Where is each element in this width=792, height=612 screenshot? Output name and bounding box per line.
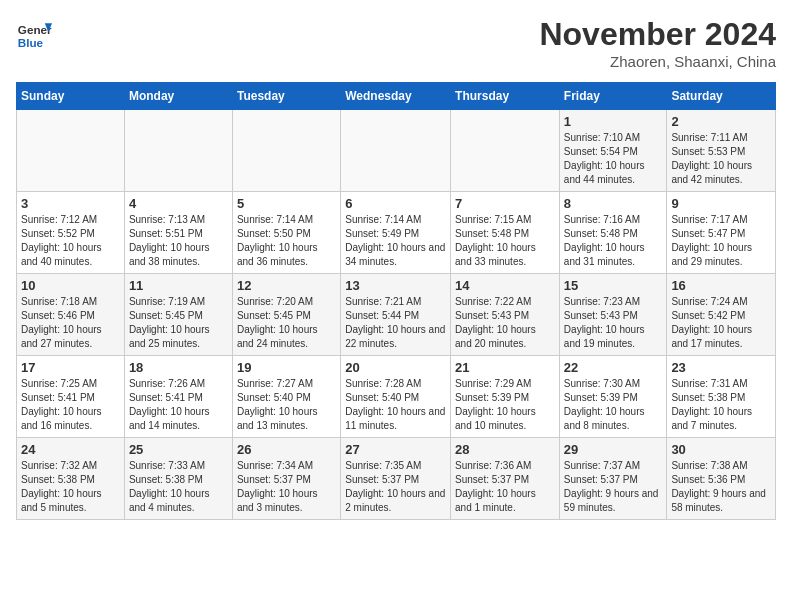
cell-sun-info: Sunrise: 7:19 AM Sunset: 5:45 PM Dayligh…: [129, 295, 228, 351]
cell-sun-info: Sunrise: 7:21 AM Sunset: 5:44 PM Dayligh…: [345, 295, 446, 351]
calendar-cell: 18Sunrise: 7:26 AM Sunset: 5:41 PM Dayli…: [124, 356, 232, 438]
day-number: 12: [237, 278, 336, 293]
weekday-header-saturday: Saturday: [667, 83, 776, 110]
cell-sun-info: Sunrise: 7:28 AM Sunset: 5:40 PM Dayligh…: [345, 377, 446, 433]
day-number: 7: [455, 196, 555, 211]
calendar-cell: 15Sunrise: 7:23 AM Sunset: 5:43 PM Dayli…: [559, 274, 667, 356]
calendar-cell: 26Sunrise: 7:34 AM Sunset: 5:37 PM Dayli…: [232, 438, 340, 520]
calendar-cell: 14Sunrise: 7:22 AM Sunset: 5:43 PM Dayli…: [451, 274, 560, 356]
svg-text:Blue: Blue: [18, 36, 44, 49]
cell-sun-info: Sunrise: 7:13 AM Sunset: 5:51 PM Dayligh…: [129, 213, 228, 269]
cell-sun-info: Sunrise: 7:18 AM Sunset: 5:46 PM Dayligh…: [21, 295, 120, 351]
calendar-cell: [341, 110, 451, 192]
calendar-cell: 12Sunrise: 7:20 AM Sunset: 5:45 PM Dayli…: [232, 274, 340, 356]
calendar-cell: 6Sunrise: 7:14 AM Sunset: 5:49 PM Daylig…: [341, 192, 451, 274]
calendar-cell: 20Sunrise: 7:28 AM Sunset: 5:40 PM Dayli…: [341, 356, 451, 438]
calendar-cell: 5Sunrise: 7:14 AM Sunset: 5:50 PM Daylig…: [232, 192, 340, 274]
day-number: 23: [671, 360, 771, 375]
day-number: 16: [671, 278, 771, 293]
cell-sun-info: Sunrise: 7:10 AM Sunset: 5:54 PM Dayligh…: [564, 131, 663, 187]
cell-sun-info: Sunrise: 7:22 AM Sunset: 5:43 PM Dayligh…: [455, 295, 555, 351]
calendar-cell: 22Sunrise: 7:30 AM Sunset: 5:39 PM Dayli…: [559, 356, 667, 438]
cell-sun-info: Sunrise: 7:29 AM Sunset: 5:39 PM Dayligh…: [455, 377, 555, 433]
cell-sun-info: Sunrise: 7:24 AM Sunset: 5:42 PM Dayligh…: [671, 295, 771, 351]
cell-sun-info: Sunrise: 7:34 AM Sunset: 5:37 PM Dayligh…: [237, 459, 336, 515]
month-title: November 2024: [539, 16, 776, 53]
calendar-cell: 1Sunrise: 7:10 AM Sunset: 5:54 PM Daylig…: [559, 110, 667, 192]
calendar-cell: 29Sunrise: 7:37 AM Sunset: 5:37 PM Dayli…: [559, 438, 667, 520]
weekday-header-monday: Monday: [124, 83, 232, 110]
calendar-cell: [451, 110, 560, 192]
day-number: 4: [129, 196, 228, 211]
day-number: 2: [671, 114, 771, 129]
day-number: 10: [21, 278, 120, 293]
cell-sun-info: Sunrise: 7:23 AM Sunset: 5:43 PM Dayligh…: [564, 295, 663, 351]
page-header: General Blue November 2024 Zhaoren, Shaa…: [16, 16, 776, 70]
logo-icon: General Blue: [16, 16, 52, 52]
calendar-week-row: 1Sunrise: 7:10 AM Sunset: 5:54 PM Daylig…: [17, 110, 776, 192]
calendar-cell: [232, 110, 340, 192]
calendar-cell: 10Sunrise: 7:18 AM Sunset: 5:46 PM Dayli…: [17, 274, 125, 356]
calendar-week-row: 17Sunrise: 7:25 AM Sunset: 5:41 PM Dayli…: [17, 356, 776, 438]
calendar-cell: 2Sunrise: 7:11 AM Sunset: 5:53 PM Daylig…: [667, 110, 776, 192]
day-number: 5: [237, 196, 336, 211]
day-number: 29: [564, 442, 663, 457]
calendar-week-row: 24Sunrise: 7:32 AM Sunset: 5:38 PM Dayli…: [17, 438, 776, 520]
cell-sun-info: Sunrise: 7:14 AM Sunset: 5:49 PM Dayligh…: [345, 213, 446, 269]
weekday-header-friday: Friday: [559, 83, 667, 110]
cell-sun-info: Sunrise: 7:20 AM Sunset: 5:45 PM Dayligh…: [237, 295, 336, 351]
day-number: 22: [564, 360, 663, 375]
day-number: 8: [564, 196, 663, 211]
title-block: November 2024 Zhaoren, Shaanxi, China: [539, 16, 776, 70]
cell-sun-info: Sunrise: 7:33 AM Sunset: 5:38 PM Dayligh…: [129, 459, 228, 515]
logo: General Blue: [16, 16, 56, 52]
cell-sun-info: Sunrise: 7:17 AM Sunset: 5:47 PM Dayligh…: [671, 213, 771, 269]
calendar-cell: 11Sunrise: 7:19 AM Sunset: 5:45 PM Dayli…: [124, 274, 232, 356]
day-number: 28: [455, 442, 555, 457]
calendar-cell: 27Sunrise: 7:35 AM Sunset: 5:37 PM Dayli…: [341, 438, 451, 520]
calendar-cell: 30Sunrise: 7:38 AM Sunset: 5:36 PM Dayli…: [667, 438, 776, 520]
day-number: 21: [455, 360, 555, 375]
calendar-cell: [17, 110, 125, 192]
weekday-header-sunday: Sunday: [17, 83, 125, 110]
day-number: 11: [129, 278, 228, 293]
cell-sun-info: Sunrise: 7:15 AM Sunset: 5:48 PM Dayligh…: [455, 213, 555, 269]
day-number: 24: [21, 442, 120, 457]
cell-sun-info: Sunrise: 7:30 AM Sunset: 5:39 PM Dayligh…: [564, 377, 663, 433]
day-number: 15: [564, 278, 663, 293]
day-number: 9: [671, 196, 771, 211]
calendar-cell: 25Sunrise: 7:33 AM Sunset: 5:38 PM Dayli…: [124, 438, 232, 520]
cell-sun-info: Sunrise: 7:36 AM Sunset: 5:37 PM Dayligh…: [455, 459, 555, 515]
calendar-table: SundayMondayTuesdayWednesdayThursdayFrid…: [16, 82, 776, 520]
cell-sun-info: Sunrise: 7:26 AM Sunset: 5:41 PM Dayligh…: [129, 377, 228, 433]
cell-sun-info: Sunrise: 7:31 AM Sunset: 5:38 PM Dayligh…: [671, 377, 771, 433]
day-number: 25: [129, 442, 228, 457]
day-number: 6: [345, 196, 446, 211]
calendar-cell: [124, 110, 232, 192]
location: Zhaoren, Shaanxi, China: [539, 53, 776, 70]
calendar-cell: 9Sunrise: 7:17 AM Sunset: 5:47 PM Daylig…: [667, 192, 776, 274]
day-number: 18: [129, 360, 228, 375]
weekday-header-wednesday: Wednesday: [341, 83, 451, 110]
calendar-cell: 19Sunrise: 7:27 AM Sunset: 5:40 PM Dayli…: [232, 356, 340, 438]
day-number: 27: [345, 442, 446, 457]
calendar-cell: 8Sunrise: 7:16 AM Sunset: 5:48 PM Daylig…: [559, 192, 667, 274]
weekday-header-tuesday: Tuesday: [232, 83, 340, 110]
calendar-cell: 7Sunrise: 7:15 AM Sunset: 5:48 PM Daylig…: [451, 192, 560, 274]
calendar-cell: 24Sunrise: 7:32 AM Sunset: 5:38 PM Dayli…: [17, 438, 125, 520]
calendar-week-row: 10Sunrise: 7:18 AM Sunset: 5:46 PM Dayli…: [17, 274, 776, 356]
day-number: 13: [345, 278, 446, 293]
calendar-cell: 13Sunrise: 7:21 AM Sunset: 5:44 PM Dayli…: [341, 274, 451, 356]
cell-sun-info: Sunrise: 7:35 AM Sunset: 5:37 PM Dayligh…: [345, 459, 446, 515]
cell-sun-info: Sunrise: 7:27 AM Sunset: 5:40 PM Dayligh…: [237, 377, 336, 433]
cell-sun-info: Sunrise: 7:38 AM Sunset: 5:36 PM Dayligh…: [671, 459, 771, 515]
day-number: 1: [564, 114, 663, 129]
cell-sun-info: Sunrise: 7:32 AM Sunset: 5:38 PM Dayligh…: [21, 459, 120, 515]
cell-sun-info: Sunrise: 7:16 AM Sunset: 5:48 PM Dayligh…: [564, 213, 663, 269]
day-number: 14: [455, 278, 555, 293]
calendar-cell: 16Sunrise: 7:24 AM Sunset: 5:42 PM Dayli…: [667, 274, 776, 356]
calendar-cell: 17Sunrise: 7:25 AM Sunset: 5:41 PM Dayli…: [17, 356, 125, 438]
day-number: 3: [21, 196, 120, 211]
day-number: 20: [345, 360, 446, 375]
day-number: 17: [21, 360, 120, 375]
